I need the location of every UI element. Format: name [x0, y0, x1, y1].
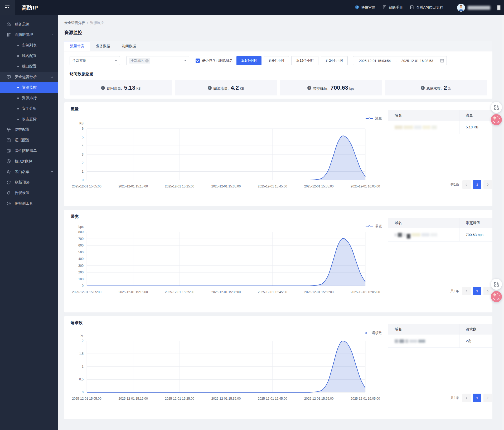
svg-text:2025-12-01 15:05:00: 2025-12-01 15:05:00: [72, 185, 101, 188]
traffic-chart: 2025-12-01 15:05:002025-12-01 15:15:0020…: [64, 118, 386, 192]
sidebar-item-elastic-protection-list[interactable]: 弹性防护清单: [0, 146, 58, 156]
tab-traffic-bandwidth[interactable]: 流量带宽: [64, 41, 90, 51]
sidebar-item-label: 服务总览: [15, 22, 30, 27]
sidebar-item-refresh-prewarm[interactable]: 刷新预热: [0, 177, 58, 188]
next-page-button[interactable]: [483, 394, 492, 402]
current-page-button[interactable]: 1: [473, 180, 481, 189]
column-header-value: 请求数: [459, 324, 492, 335]
avatar: [457, 4, 465, 12]
time-range-24h-button[interactable]: 近24个小时: [321, 56, 348, 65]
tag-clear-icon[interactable]: [145, 59, 149, 62]
domain-cell-redacted: [395, 231, 437, 239]
time-range-1h-button[interactable]: 近1个小时: [236, 56, 261, 65]
overview-card: 流量带宽 业务数据 访问数据 全部实例 全部域名 是否包含已删除域名 近1个小时…: [64, 41, 492, 99]
stats-row: 访问流量:5.13KB 回源流量:4.2KB 带宽峰值:700.63bps 总请…: [70, 80, 487, 95]
sidebar-item-label: 黑白名单: [15, 170, 30, 174]
sidebar-item-resource-monitor[interactable]: 资源监控: [0, 82, 58, 93]
sidebar-item-blackwhite-list[interactable]: 黑白名单: [0, 167, 58, 177]
prev-page-button[interactable]: [462, 180, 471, 189]
date-separator: -: [395, 59, 396, 63]
stat-total-requests: 总请求数:2次: [385, 80, 487, 95]
shield-logo-icon: [355, 5, 359, 11]
svg-text:2025-12-01 15:45:00: 2025-12-01 15:45:00: [258, 290, 287, 294]
sidebar-item-security-analysis-group[interactable]: 安全运营分析: [0, 72, 58, 82]
sidebar-item-ip-detection-tool[interactable]: IP检测工具: [0, 198, 58, 209]
svg-text:200: 200: [78, 270, 84, 274]
svg-text:2025-12-01 15:55:00: 2025-12-01 15:55:00: [304, 290, 334, 294]
time-range-6h-button[interactable]: 近6个小时: [264, 56, 289, 65]
chevron-down-icon: [51, 171, 53, 173]
translate-widget-button[interactable]: 中 A: [491, 114, 502, 125]
svg-text:3: 3: [82, 153, 84, 156]
nav-link-label: 快快官网: [361, 5, 375, 10]
svg-text:2025-12-01 15:45:00: 2025-12-01 15:45:00: [258, 397, 287, 400]
chart-title: 请求数: [71, 320, 83, 325]
sidebar-item-domain-config[interactable]: 域名配置: [0, 51, 58, 61]
sidebar-item-service-overview[interactable]: 服务总览: [0, 19, 58, 30]
chevron-up-icon: [51, 75, 53, 78]
layout-widget-button[interactable]: [491, 279, 502, 290]
table-row: 700.63 bps: [388, 228, 492, 241]
pagination: 共1条 1: [450, 287, 492, 295]
certificate-icon: [6, 138, 11, 143]
sidebar-item-attack-posture[interactable]: 攻击态势: [0, 114, 58, 124]
sidebar-item-resource-ranking[interactable]: 资源排行: [0, 93, 58, 103]
tab-business-data[interactable]: 业务数据: [90, 41, 116, 51]
sidebar-item-alert-settings[interactable]: 告警设置: [0, 188, 58, 198]
prev-page-button[interactable]: [462, 394, 471, 402]
chevron-left-icon: [466, 183, 468, 186]
current-page-button[interactable]: 1: [473, 287, 481, 295]
svg-text:800: 800: [78, 230, 84, 234]
sidebar-item-instance-list[interactable]: 实例列表: [0, 40, 58, 51]
sidebar-item-label: IP检测工具: [15, 201, 33, 206]
tab-access-data[interactable]: 访问数据: [116, 41, 142, 51]
prev-page-button[interactable]: [462, 287, 471, 295]
app-logo: 高防IP: [22, 4, 38, 11]
menu-toggle-button[interactable]: [0, 0, 15, 15]
sidebar-item-protection-config[interactable]: 防护配置: [0, 124, 58, 135]
sidebar-item-label: 告警设置: [15, 191, 30, 195]
sidebar-item-label: 域名配置: [22, 54, 37, 58]
stat-access-traffic: 访问流量:5.13KB: [70, 80, 172, 95]
pagination-total: 共1条: [450, 289, 459, 293]
sidebar-item-port-config[interactable]: 端口配置: [0, 61, 58, 72]
time-range-12h-button[interactable]: 近12个小时: [291, 56, 318, 65]
svg-text:2025-12-01 15:15:00: 2025-12-01 15:15:00: [118, 185, 148, 188]
svg-text:2025-12-01 15:25:00: 2025-12-01 15:25:00: [165, 185, 195, 188]
sidebar-item-label: 高防IP管理: [15, 32, 33, 37]
nav-link-help-manual[interactable]: 帮助手册: [382, 5, 403, 10]
next-page-button[interactable]: [483, 180, 492, 189]
svg-text:2025-12-01 15:15:00: 2025-12-01 15:15:00: [118, 397, 148, 400]
svg-text:2025-12-01 16:05:00: 2025-12-01 16:05:00: [351, 397, 380, 400]
bullet-icon: [17, 87, 19, 88]
stat-unit: KB: [137, 87, 141, 90]
include-deleted-checkbox[interactable]: 是否包含已删除域名: [196, 58, 233, 63]
user-account-menu[interactable]: [457, 4, 490, 12]
sidebar-item-security-analysis[interactable]: 安全分析: [0, 103, 58, 114]
svg-text:2025-12-01 15:45:00: 2025-12-01 15:45:00: [258, 185, 287, 188]
translate-widget-button[interactable]: 中 A: [491, 291, 502, 302]
sidebar-item-ip-management[interactable]: 高防IP管理: [0, 30, 58, 40]
svg-text:2025-12-01 15:35:00: 2025-12-01 15:35:00: [211, 185, 241, 188]
nav-link-official-site[interactable]: 快快官网: [355, 5, 375, 11]
svg-text:2025-12-01 15:35:00: 2025-12-01 15:35:00: [211, 290, 241, 294]
svg-text:300: 300: [78, 264, 84, 268]
sidebar-item-certificate-config[interactable]: 证书配置: [0, 135, 58, 146]
date-range-picker[interactable]: 2025-12-01 15:03:54 - 2025-12-01 16:03:5…: [353, 56, 447, 65]
sidebar-item-label: 实例列表: [22, 43, 37, 48]
layout-grid-icon: [494, 282, 499, 287]
nav-link-api-docs[interactable]: 查看API接口文档: [410, 5, 443, 10]
pagination: 共1条 1: [450, 180, 492, 189]
stat-unit: 次: [448, 86, 451, 91]
domain-select[interactable]: 全部域名: [126, 56, 189, 65]
date-end-value: 2025-12-01 16:03:53: [401, 59, 433, 63]
user-icon: [6, 170, 11, 174]
filter-row: 全部实例 全部域名 是否包含已删除域名 近1个小时 近6个小时 近12个小时 近…: [70, 56, 487, 65]
layout-widget-button[interactable]: [491, 102, 502, 113]
breadcrumb-parent[interactable]: 安全运营分析: [64, 21, 85, 25]
current-page-button[interactable]: 1: [473, 394, 481, 402]
instance-select[interactable]: 全部实例: [70, 56, 120, 65]
scrollbar-track[interactable]: [502, 15, 504, 430]
sidebar-item-antiddos-packages[interactable]: 抗D次数包: [0, 156, 58, 167]
domain-tag-label: 全部域名: [131, 59, 144, 63]
